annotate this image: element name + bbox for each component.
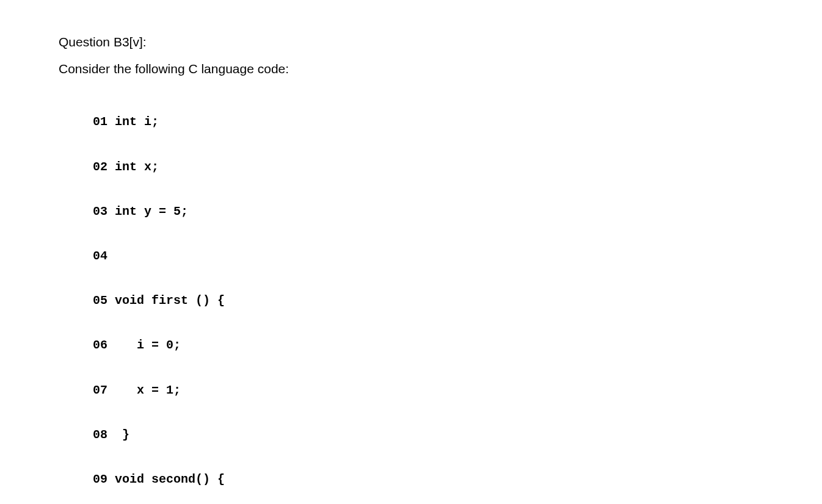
line-number: 04 [93,249,115,264]
line-number: 06 [93,338,115,353]
code-text: x = 1; [115,383,181,397]
code-text: int x; [115,160,159,174]
code-text: i = 0; [115,338,181,352]
code-text: } [115,428,129,442]
question-intro: Consider the following C language code: [59,60,763,77]
code-text: void first () { [115,293,225,308]
code-line: 04 [93,249,763,264]
code-text: void second() { [115,472,225,486]
code-line: 07 x = 1; [93,383,763,398]
line-number: 09 [93,472,115,487]
code-block: 01int i; 02int x; 03int y = 5; 04 05void… [93,85,763,504]
question-title: Question B3[v]: [59,34,763,51]
code-line: 09void second() { [93,472,763,487]
code-line: 03int y = 5; [93,204,763,219]
code-line: 05void first () { [93,293,763,308]
code-text: int y = 5; [115,204,188,218]
code-line: 08 } [93,428,763,442]
line-number: 05 [93,293,115,308]
line-number: 07 [93,383,115,398]
line-number: 02 [93,160,115,175]
code-line: 01int i; [93,115,763,129]
line-number: 01 [93,115,115,129]
code-line: 02int x; [93,160,763,175]
code-text: int i; [115,115,159,129]
line-number: 03 [93,204,115,219]
code-line: 06 i = 0; [93,338,763,353]
line-number: 08 [93,428,115,442]
